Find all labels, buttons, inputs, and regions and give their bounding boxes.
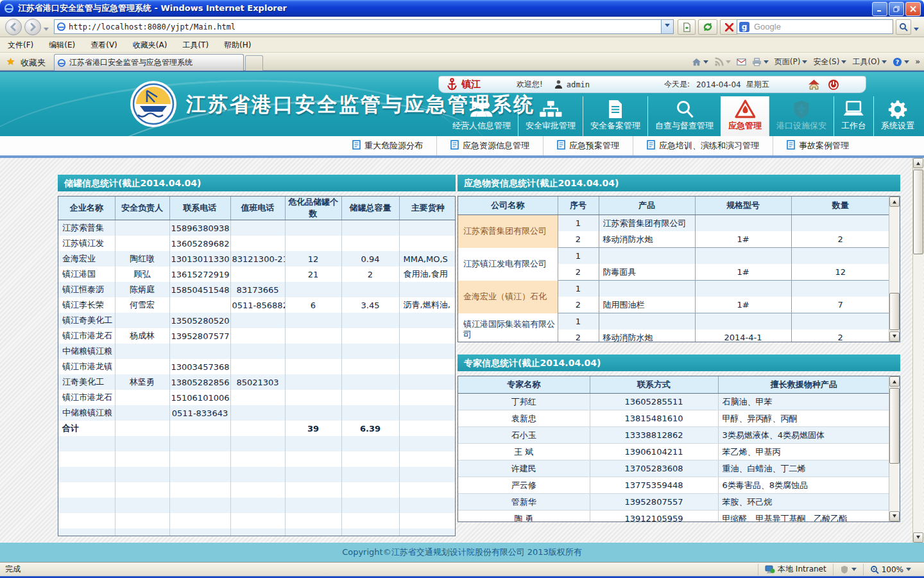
cell	[230, 313, 285, 328]
subnav-item-3[interactable]: 应急预案管理	[543, 136, 633, 155]
page-menu[interactable]: 页面(P)	[774, 57, 808, 67]
cell	[399, 313, 456, 328]
cell: 2014-4-1	[695, 329, 791, 342]
menu-item[interactable]: 工具(T)	[175, 37, 216, 53]
tools-menu[interactable]: 工具(O)	[852, 57, 887, 67]
scroll-up-button[interactable]	[889, 197, 900, 207]
cell: 陆用围油栏	[599, 297, 695, 313]
cell	[285, 498, 341, 513]
forward-button[interactable]	[24, 19, 41, 35]
overflow-chevron[interactable]: »	[915, 57, 920, 66]
nav-item-inspection[interactable]: 自查与督查管理	[647, 96, 721, 136]
menu-item[interactable]: 查看(V)	[83, 37, 125, 53]
subnav-item-5[interactable]: 事故案例管理	[773, 136, 862, 155]
supplies-scrollbar[interactable]	[889, 197, 900, 342]
home-shortcut-button[interactable]	[808, 79, 820, 90]
menu-item[interactable]: 文件(F)	[0, 37, 41, 53]
column-header: 规格型号	[695, 197, 791, 215]
scroll-up-button[interactable]	[913, 158, 923, 168]
nav-item-settings[interactable]: 系统设置	[873, 96, 921, 136]
address-dropdown[interactable]	[661, 20, 673, 33]
nav-item-safety-filing[interactable]: 安全备案管理	[583, 96, 647, 136]
search-box[interactable]: g	[737, 19, 893, 34]
nav-item-emergency[interactable]: 应急管理	[721, 96, 769, 136]
cell	[341, 282, 399, 297]
nav-item-safety-approval[interactable]: 安全审批管理	[518, 96, 583, 136]
stop-button[interactable]	[720, 19, 738, 35]
company-cell: 镇江港国际集装箱有限公司	[458, 313, 558, 343]
nav-item-operators[interactable]: 经营人信息管理	[445, 96, 518, 136]
cell: 林坚勇	[115, 374, 169, 390]
cell: 移动消防水炮	[599, 231, 695, 248]
cell	[285, 313, 341, 328]
page-scrollbar[interactable]	[912, 158, 923, 543]
favorites-star-icon[interactable]: ★	[6, 56, 15, 67]
scroll-down-button[interactable]	[889, 511, 900, 521]
table-row	[58, 498, 456, 513]
menu-item[interactable]: 收藏夹(A)	[125, 37, 175, 53]
cell	[230, 328, 285, 344]
cell: 甲醇、异丙醇、丙酮	[718, 410, 889, 427]
cell: 严云修	[458, 477, 590, 494]
address-field[interactable]: http://localhost:8080/yjpt/Main.html	[54, 19, 674, 34]
cell: 苯乙烯、甲基丙	[718, 444, 889, 460]
svg-text:?: ?	[896, 58, 899, 66]
cell	[285, 390, 341, 405]
minimize-button[interactable]	[872, 2, 887, 16]
username: admin	[567, 80, 590, 89]
tab-current[interactable]: 江苏省港口安全监管与应急管理系统	[54, 54, 244, 71]
cell	[399, 236, 456, 251]
search-button[interactable]	[896, 19, 911, 35]
back-button[interactable]	[5, 19, 22, 35]
logout-button[interactable]	[828, 79, 839, 91]
cell	[230, 421, 285, 436]
scroll-thumb[interactable]	[889, 388, 900, 464]
restore-button[interactable]	[889, 2, 904, 16]
print-button[interactable]	[752, 57, 769, 67]
compatibility-button[interactable]	[678, 19, 696, 35]
nav-item-port-security[interactable]: 港口设施保安	[769, 96, 834, 136]
menu-item[interactable]: 帮助(H)	[216, 37, 259, 53]
cell: 王 斌	[458, 444, 590, 460]
experts-scrollbar[interactable]	[889, 376, 900, 521]
zoom-control[interactable]: 100%	[863, 564, 918, 575]
cell	[230, 220, 285, 236]
cell	[285, 482, 341, 498]
cell	[399, 220, 456, 236]
subnav-item-2[interactable]: 应急资源信息管理	[436, 136, 543, 155]
menu-item[interactable]: 编辑(E)	[41, 37, 83, 53]
help-menu[interactable]: ?	[893, 57, 909, 67]
table-row: 镇江李长荣何雪宏0511-85688263.45沥青,燃料油,	[58, 297, 456, 313]
home-button[interactable]	[692, 57, 708, 67]
cell: 丁邦红	[458, 394, 590, 410]
nav-item-workbench[interactable]: 工作台	[834, 96, 873, 136]
security-menu[interactable]: 安全(S)	[813, 57, 846, 67]
cell: 镇江恒泰沥	[58, 282, 115, 297]
table-row: 石小玉133388128623类易燃液体、4类易燃固体	[458, 427, 889, 444]
app-logo	[130, 80, 177, 128]
scroll-thumb[interactable]	[889, 293, 900, 330]
scroll-thumb[interactable]	[913, 170, 923, 254]
table-row: 合计396.39	[58, 421, 456, 436]
history-dropdown[interactable]	[44, 28, 49, 33]
mail-button[interactable]	[737, 57, 746, 67]
feeds-button[interactable]	[714, 57, 731, 67]
scroll-down-button[interactable]	[913, 532, 923, 543]
subnav-item-1[interactable]: 重大危险源分布	[339, 136, 436, 155]
close-button[interactable]	[905, 2, 921, 16]
tab-title: 江苏省港口安全监管与应急管理系统	[69, 57, 193, 68]
search-options-dropdown[interactable]	[914, 28, 919, 33]
table-row: 袁新忠13815481610甲醇、异丙醇、丙酮	[458, 410, 889, 427]
date-label: 今天是:	[664, 79, 690, 90]
search-input[interactable]	[753, 21, 893, 32]
scroll-down-button[interactable]	[889, 331, 900, 342]
favorites-label[interactable]: 收藏夹	[21, 57, 46, 69]
cell: 13952807557	[590, 494, 718, 511]
new-tab-button[interactable]	[245, 55, 263, 71]
cell	[599, 313, 695, 330]
protected-mode-button[interactable]	[833, 564, 863, 575]
cell	[230, 236, 285, 251]
refresh-button[interactable]	[698, 19, 717, 35]
subnav-item-4[interactable]: 应急培训、演练和演习管理	[633, 136, 773, 155]
scroll-up-button[interactable]	[889, 376, 900, 387]
